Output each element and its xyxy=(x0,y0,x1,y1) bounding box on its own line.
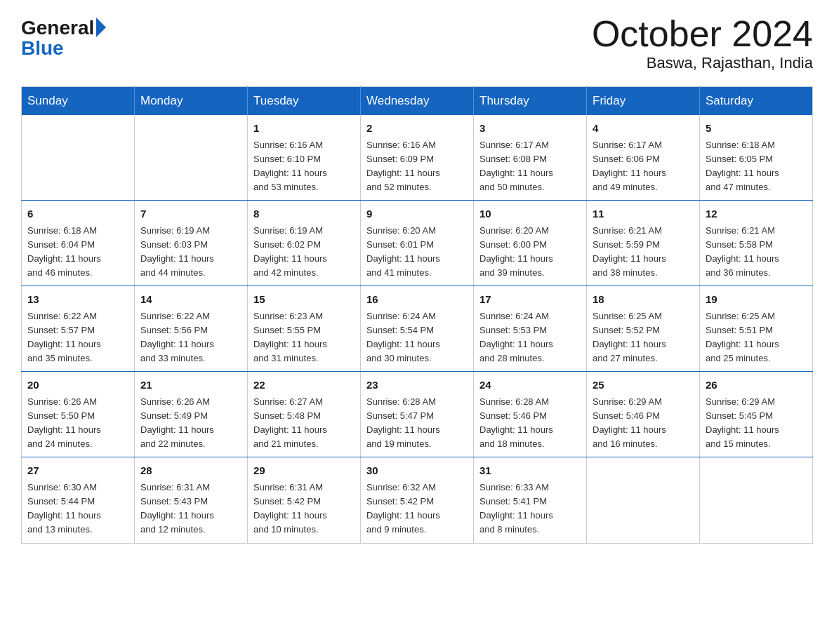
page-header: General Blue October 2024 Baswa, Rajasth… xyxy=(21,14,813,72)
logo-general-text: General xyxy=(21,18,94,38)
day-number: 18 xyxy=(593,292,694,308)
calendar-cell: 17Sunrise: 6:24 AM Sunset: 5:53 PM Dayli… xyxy=(474,286,587,372)
day-number: 27 xyxy=(27,463,128,479)
day-info: Sunrise: 6:24 AM Sunset: 5:53 PM Dayligh… xyxy=(479,309,581,366)
day-info: Sunrise: 6:17 AM Sunset: 6:06 PM Dayligh… xyxy=(593,138,694,195)
day-info: Sunrise: 6:17 AM Sunset: 6:08 PM Dayligh… xyxy=(479,138,581,195)
day-info: Sunrise: 6:16 AM Sunset: 6:10 PM Dayligh… xyxy=(253,138,355,195)
calendar-cell: 23Sunrise: 6:28 AM Sunset: 5:47 PM Dayli… xyxy=(361,372,474,457)
day-info: Sunrise: 6:25 AM Sunset: 5:51 PM Dayligh… xyxy=(706,309,807,366)
day-number: 3 xyxy=(479,121,581,137)
day-number: 12 xyxy=(706,206,807,222)
calendar-cell: 7Sunrise: 6:19 AM Sunset: 6:03 PM Daylig… xyxy=(135,201,248,286)
calendar-cell: 16Sunrise: 6:24 AM Sunset: 5:54 PM Dayli… xyxy=(361,286,474,372)
calendar-cell: 6Sunrise: 6:18 AM Sunset: 6:04 PM Daylig… xyxy=(22,201,135,286)
day-info: Sunrise: 6:23 AM Sunset: 5:55 PM Dayligh… xyxy=(253,309,355,366)
day-number: 23 xyxy=(366,377,468,394)
day-number: 8 xyxy=(253,206,355,222)
calendar-cell: 30Sunrise: 6:32 AM Sunset: 5:42 PM Dayli… xyxy=(361,457,474,543)
day-info: Sunrise: 6:30 AM Sunset: 5:44 PM Dayligh… xyxy=(27,481,128,537)
day-number: 13 xyxy=(27,292,128,308)
day-info: Sunrise: 6:26 AM Sunset: 5:49 PM Dayligh… xyxy=(140,395,241,452)
calendar-cell: 4Sunrise: 6:17 AM Sunset: 6:06 PM Daylig… xyxy=(587,115,700,201)
title-block: October 2024 Baswa, Rajasthan, India xyxy=(592,14,813,72)
day-number: 15 xyxy=(253,292,355,308)
calendar-cell: 22Sunrise: 6:27 AM Sunset: 5:48 PM Dayli… xyxy=(248,372,361,457)
calendar-cell xyxy=(135,115,248,201)
day-info: Sunrise: 6:16 AM Sunset: 6:09 PM Dayligh… xyxy=(366,138,468,195)
day-info: Sunrise: 6:19 AM Sunset: 6:03 PM Dayligh… xyxy=(140,224,241,281)
calendar-cell: 13Sunrise: 6:22 AM Sunset: 5:57 PM Dayli… xyxy=(22,286,135,372)
day-info: Sunrise: 6:33 AM Sunset: 5:41 PM Dayligh… xyxy=(479,481,581,537)
calendar-cell: 10Sunrise: 6:20 AM Sunset: 6:00 PM Dayli… xyxy=(474,201,587,286)
day-number: 16 xyxy=(366,292,468,308)
day-number: 10 xyxy=(479,206,581,222)
calendar-week-row: 1Sunrise: 6:16 AM Sunset: 6:10 PM Daylig… xyxy=(22,115,813,201)
calendar-cell: 31Sunrise: 6:33 AM Sunset: 5:41 PM Dayli… xyxy=(474,457,587,543)
day-number: 14 xyxy=(140,292,241,308)
calendar-cell: 20Sunrise: 6:26 AM Sunset: 5:50 PM Dayli… xyxy=(22,372,135,457)
day-number: 21 xyxy=(140,377,241,394)
day-number: 7 xyxy=(140,206,241,222)
calendar-cell: 29Sunrise: 6:31 AM Sunset: 5:42 PM Dayli… xyxy=(248,457,361,543)
calendar-week-row: 13Sunrise: 6:22 AM Sunset: 5:57 PM Dayli… xyxy=(22,286,813,372)
day-info: Sunrise: 6:18 AM Sunset: 6:04 PM Dayligh… xyxy=(27,224,128,281)
calendar-cell: 18Sunrise: 6:25 AM Sunset: 5:52 PM Dayli… xyxy=(587,286,700,372)
day-info: Sunrise: 6:24 AM Sunset: 5:54 PM Dayligh… xyxy=(366,309,468,366)
day-info: Sunrise: 6:27 AM Sunset: 5:48 PM Dayligh… xyxy=(253,395,355,452)
day-number: 29 xyxy=(253,463,355,479)
day-number: 19 xyxy=(706,292,807,308)
logo: General Blue xyxy=(21,14,106,58)
calendar-cell: 21Sunrise: 6:26 AM Sunset: 5:49 PM Dayli… xyxy=(135,372,248,457)
calendar-header-monday: Monday xyxy=(135,87,248,116)
day-number: 28 xyxy=(140,463,241,479)
day-info: Sunrise: 6:28 AM Sunset: 5:46 PM Dayligh… xyxy=(479,395,581,452)
calendar-header-sunday: Sunday xyxy=(22,87,135,116)
calendar-header-thursday: Thursday xyxy=(474,87,587,116)
day-info: Sunrise: 6:21 AM Sunset: 5:58 PM Dayligh… xyxy=(706,224,807,281)
calendar-week-row: 27Sunrise: 6:30 AM Sunset: 5:44 PM Dayli… xyxy=(22,457,813,543)
day-info: Sunrise: 6:22 AM Sunset: 5:57 PM Dayligh… xyxy=(27,309,128,366)
day-info: Sunrise: 6:22 AM Sunset: 5:56 PM Dayligh… xyxy=(140,309,241,366)
day-info: Sunrise: 6:26 AM Sunset: 5:50 PM Dayligh… xyxy=(27,395,128,452)
day-number: 26 xyxy=(706,377,807,394)
calendar-cell: 9Sunrise: 6:20 AM Sunset: 6:01 PM Daylig… xyxy=(361,201,474,286)
day-info: Sunrise: 6:25 AM Sunset: 5:52 PM Dayligh… xyxy=(593,309,694,366)
day-number: 20 xyxy=(27,377,128,394)
day-info: Sunrise: 6:21 AM Sunset: 5:59 PM Dayligh… xyxy=(593,224,694,281)
calendar-cell: 15Sunrise: 6:23 AM Sunset: 5:55 PM Dayli… xyxy=(248,286,361,372)
calendar-cell: 26Sunrise: 6:29 AM Sunset: 5:45 PM Dayli… xyxy=(700,372,813,457)
day-number: 31 xyxy=(479,463,581,479)
day-info: Sunrise: 6:20 AM Sunset: 6:01 PM Dayligh… xyxy=(366,224,468,281)
calendar-cell xyxy=(22,115,135,201)
day-number: 2 xyxy=(366,121,468,137)
day-number: 1 xyxy=(253,121,355,137)
day-number: 25 xyxy=(593,377,694,394)
calendar-cell: 5Sunrise: 6:18 AM Sunset: 6:05 PM Daylig… xyxy=(700,115,813,201)
day-info: Sunrise: 6:18 AM Sunset: 6:05 PM Dayligh… xyxy=(706,138,807,195)
day-number: 22 xyxy=(253,377,355,394)
day-info: Sunrise: 6:31 AM Sunset: 5:42 PM Dayligh… xyxy=(253,481,355,537)
day-info: Sunrise: 6:31 AM Sunset: 5:43 PM Dayligh… xyxy=(140,481,241,537)
day-info: Sunrise: 6:19 AM Sunset: 6:02 PM Dayligh… xyxy=(253,224,355,281)
calendar-cell: 12Sunrise: 6:21 AM Sunset: 5:58 PM Dayli… xyxy=(700,201,813,286)
day-info: Sunrise: 6:28 AM Sunset: 5:47 PM Dayligh… xyxy=(366,395,468,452)
calendar-header-tuesday: Tuesday xyxy=(248,87,361,116)
month-title: October 2024 xyxy=(592,14,813,54)
calendar-cell: 14Sunrise: 6:22 AM Sunset: 5:56 PM Dayli… xyxy=(135,286,248,372)
calendar-cell: 24Sunrise: 6:28 AM Sunset: 5:46 PM Dayli… xyxy=(474,372,587,457)
day-number: 6 xyxy=(27,206,128,222)
calendar-cell: 11Sunrise: 6:21 AM Sunset: 5:59 PM Dayli… xyxy=(587,201,700,286)
day-info: Sunrise: 6:29 AM Sunset: 5:45 PM Dayligh… xyxy=(706,395,807,452)
calendar-header-row: SundayMondayTuesdayWednesdayThursdayFrid… xyxy=(22,87,813,116)
calendar-header-friday: Friday xyxy=(587,87,700,116)
calendar-cell xyxy=(700,457,813,543)
day-number: 24 xyxy=(479,377,581,394)
day-number: 11 xyxy=(593,206,694,222)
calendar-week-row: 6Sunrise: 6:18 AM Sunset: 6:04 PM Daylig… xyxy=(22,201,813,286)
calendar-header-wednesday: Wednesday xyxy=(361,87,474,116)
calendar-table: SundayMondayTuesdayWednesdayThursdayFrid… xyxy=(21,86,813,543)
calendar-cell: 8Sunrise: 6:19 AM Sunset: 6:02 PM Daylig… xyxy=(248,201,361,286)
calendar-header-saturday: Saturday xyxy=(700,87,813,116)
day-info: Sunrise: 6:29 AM Sunset: 5:46 PM Dayligh… xyxy=(593,395,694,452)
